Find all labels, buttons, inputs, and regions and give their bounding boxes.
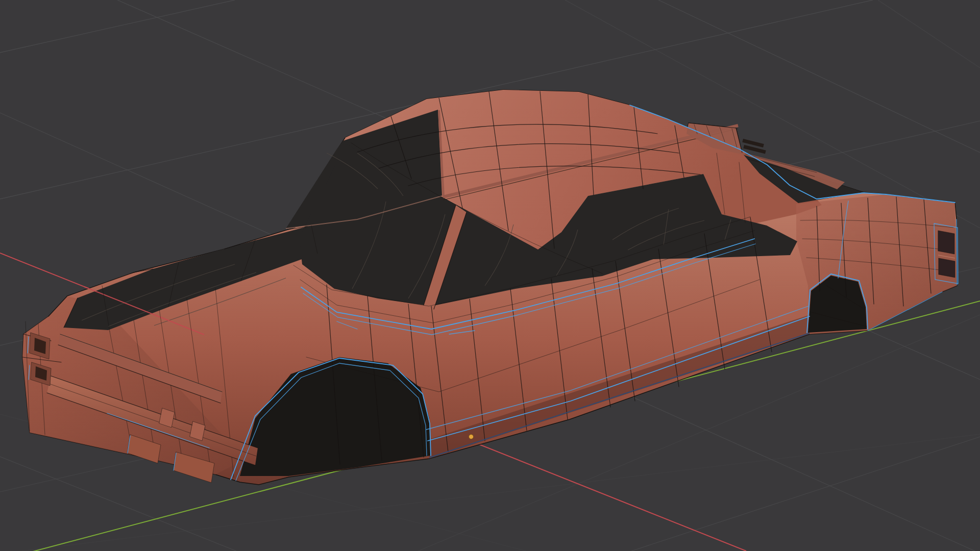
3d-viewport-canvas[interactable] — [0, 0, 980, 551]
viewport-svg — [0, 0, 980, 551]
object-origin-dot — [469, 435, 474, 439]
